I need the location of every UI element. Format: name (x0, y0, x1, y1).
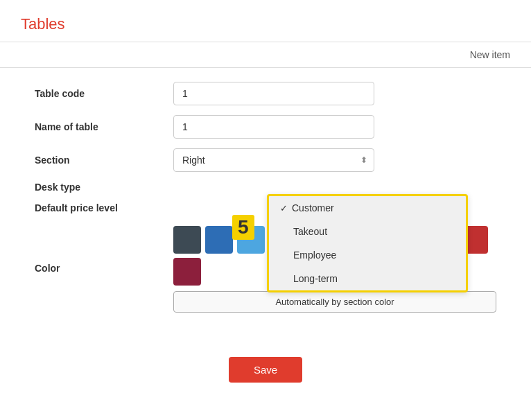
dropdown-item-employee[interactable]: Employee (269, 243, 466, 267)
color-swatch-0[interactable] (173, 226, 201, 254)
dropdown-item-long-term[interactable]: Long-term (269, 267, 466, 290)
default-price-level-label: Default price level (35, 202, 173, 213)
table-code-label: Table code (35, 88, 173, 99)
desk-type-label: Desk type (35, 182, 173, 193)
name-of-table-label: Name of table (35, 121, 173, 132)
page-title: Tables (0, 0, 531, 42)
section-select-wrapper: Right Left Center ⬍ (173, 148, 374, 172)
save-button[interactable]: Save (229, 357, 302, 383)
desk-type-row: Desk type (35, 182, 496, 193)
desk-type-dropdown: CustomerTakeoutEmployeeLong-term (267, 194, 468, 292)
section-select[interactable]: Right Left Center (173, 148, 374, 172)
header-bar: New item (0, 42, 531, 68)
color-label: Color (35, 263, 173, 274)
dropdown-item-customer[interactable]: Customer (269, 196, 466, 220)
section-row: Section Right Left Center ⬍ (35, 148, 496, 172)
name-of-table-row: Name of table (35, 115, 496, 139)
table-code-input[interactable] (173, 82, 374, 105)
table-code-row: Table code (35, 82, 496, 105)
auto-color-button[interactable]: Automatically by section color (173, 291, 496, 313)
badge-5: 5 (232, 215, 254, 240)
color-swatch-10[interactable] (173, 258, 201, 286)
new-item-label: New item (470, 49, 510, 60)
name-of-table-input[interactable] (173, 115, 374, 139)
dropdown-item-takeout[interactable]: Takeout (269, 220, 466, 243)
color-swatch-1[interactable] (205, 226, 233, 254)
section-label: Section (35, 155, 173, 166)
